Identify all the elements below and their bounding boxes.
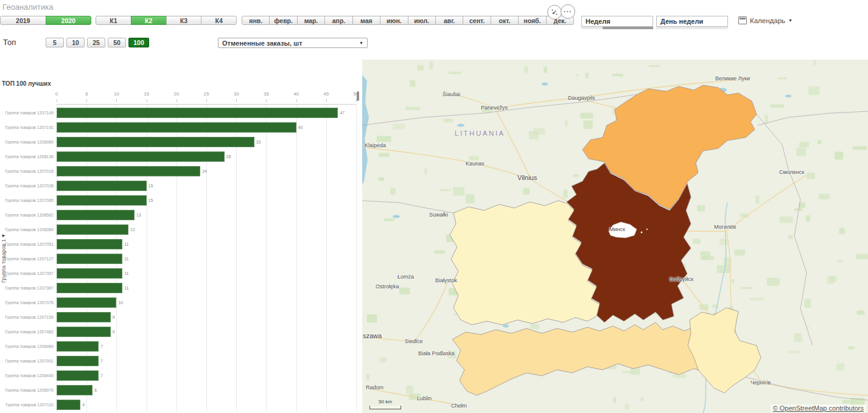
x-tick-label: 45 xyxy=(323,91,329,97)
bar-2[interactable] xyxy=(57,137,254,147)
top-25-button[interactable]: 25 xyxy=(87,38,105,47)
map-attribution[interactable]: © OpenStreetMap contributors xyxy=(771,404,866,412)
bar-category-label: Группа товаров 1206969 xyxy=(0,344,54,349)
calendar-button[interactable]: Календарь ▼ xyxy=(738,16,793,24)
x-tick-mark xyxy=(296,99,297,102)
y-axis-label-wrap[interactable]: ▶ Группа товаров 1 xyxy=(1,233,7,283)
month-button-нояб.[interactable]: нояб. xyxy=(518,16,546,25)
month-button-мая[interactable]: мая xyxy=(352,16,380,25)
top-5-button[interactable]: 5 xyxy=(46,38,64,47)
more-options-button[interactable]: ··· xyxy=(561,4,575,19)
month-button-июн.[interactable]: июн. xyxy=(380,16,408,25)
month-filter-group: янв.февр.мар.апр.маяиюн.июл.авг.сент.окт… xyxy=(242,16,574,25)
table-row: Группа товаров 120714947 xyxy=(0,105,360,120)
chart-title: ТОП 100 лучших xyxy=(2,80,51,87)
bar-value-label: 15 xyxy=(149,198,153,203)
bar-12[interactable] xyxy=(57,283,122,293)
quarter-button-К2[interactable]: К2 xyxy=(131,16,167,25)
city-label: Ostrołęka xyxy=(376,283,399,290)
x-tick-label: 0 xyxy=(55,91,58,97)
bar-value-label: 7 xyxy=(100,373,103,378)
month-button-мар.[interactable]: мар. xyxy=(297,16,325,25)
bar-category-label: Группа товаров 1207028 xyxy=(0,184,54,188)
city-label: Великие Луки xyxy=(715,75,750,82)
year-button-2019[interactable]: 2019 xyxy=(0,16,46,25)
bar-14[interactable] xyxy=(57,312,111,322)
city-label: Radom xyxy=(366,384,383,390)
bar-8[interactable] xyxy=(57,224,128,235)
expand-button[interactable] xyxy=(547,5,562,19)
bar-16[interactable] xyxy=(57,341,99,352)
bar-1[interactable] xyxy=(57,122,296,133)
top-50-button[interactable]: 50 xyxy=(108,38,126,47)
bar-10[interactable] xyxy=(57,254,122,264)
quarter-button-К3[interactable]: К3 xyxy=(166,16,202,25)
month-button-февр.[interactable]: февр. xyxy=(269,16,297,25)
city-label: Чернігів xyxy=(751,380,771,386)
top-selector-label: Топ xyxy=(3,38,16,47)
city-label: Lublin xyxy=(417,395,432,401)
top-100-button[interactable]: 100 xyxy=(128,38,149,47)
bar-category-label: Группа товаров 1207018 xyxy=(0,169,54,173)
bar-value-label: 11 xyxy=(124,242,128,246)
month-button-июл.[interactable]: июл. xyxy=(408,16,436,25)
bar-value-label: 9 xyxy=(113,330,115,334)
bar-0[interactable] xyxy=(57,108,338,118)
bar-19[interactable] xyxy=(57,385,93,395)
bar-6[interactable] xyxy=(57,195,147,206)
month-button-янв.[interactable]: янв. xyxy=(242,16,270,25)
weekday-filter-input[interactable]: День недели xyxy=(656,16,728,27)
week-filter-label: Неделя xyxy=(586,18,611,25)
bar-category-label: Группа товаров 1207159 xyxy=(0,315,54,319)
x-tick-mark xyxy=(326,99,327,102)
table-row: Группа товаров 120712711 xyxy=(0,251,360,266)
map[interactable]: LITHUANIAKlaipėdaŠiauliaiPanevėžysDaugav… xyxy=(362,60,868,413)
weekday-filter-scrollbar[interactable] xyxy=(656,27,728,29)
bar-category-label: Группа товаров 1207192 xyxy=(0,125,54,130)
bar-9[interactable] xyxy=(57,239,122,249)
month-button-окт.[interactable]: окт. xyxy=(491,16,519,25)
table-row: Группа товаров 12069697 xyxy=(0,339,360,353)
bar-category-label: Группа товаров 1207065 xyxy=(0,198,54,203)
top-10-button[interactable]: 10 xyxy=(66,38,85,47)
city-label: Łomża xyxy=(397,274,414,280)
bar-5[interactable] xyxy=(57,181,147,191)
x-tick-mark xyxy=(236,99,237,102)
bar-18[interactable] xyxy=(57,370,99,381)
month-button-авг.[interactable]: авг. xyxy=(435,16,463,25)
table-row: Группа товаров 12071599 xyxy=(0,310,360,324)
quarter-button-К4[interactable]: К4 xyxy=(201,16,237,25)
bar-4[interactable] xyxy=(57,166,200,176)
metric-dropdown[interactable]: Отмененные заказы, шт ▼ xyxy=(218,38,368,48)
chevron-down-icon: ▼ xyxy=(359,41,363,45)
year-button-2020[interactable]: 2020 xyxy=(46,16,92,25)
bar-3[interactable] xyxy=(57,151,225,162)
table-row: Группа товаров 120719240 xyxy=(0,120,360,134)
x-tick-label: 5 xyxy=(85,91,88,97)
x-tick-mark xyxy=(86,99,87,102)
bar-11[interactable] xyxy=(57,268,122,279)
map-scale-bar: 50 km xyxy=(369,395,401,409)
quarter-button-К1[interactable]: К1 xyxy=(96,16,131,25)
table-row: Группа товаров 120701824 xyxy=(0,164,360,178)
x-tick-mark xyxy=(147,99,147,102)
table-row: Группа товаров 120706515 xyxy=(0,193,360,207)
city-label: Могилёв xyxy=(714,224,736,230)
city-label: Białystok xyxy=(435,277,457,283)
bar-value-label: 7 xyxy=(100,359,103,363)
week-filter-scrollbar[interactable] xyxy=(581,27,653,29)
month-button-сент.[interactable]: сент. xyxy=(463,16,491,25)
month-button-апр.[interactable]: апр. xyxy=(324,16,352,25)
bar-17[interactable] xyxy=(57,356,99,366)
bar-20[interactable] xyxy=(57,400,80,410)
week-filter-input[interactable]: Неделя xyxy=(581,16,653,27)
bar-15[interactable] xyxy=(57,327,111,337)
bar-category-label: Группа товаров 1207482 xyxy=(0,330,54,334)
bar-7[interactable] xyxy=(57,210,135,220)
bar-value-label: 4 xyxy=(82,403,85,407)
bar-chart-panel: ТОП 100 лучших Группа товаров 120714947Г… xyxy=(0,61,360,413)
x-tick-label: 35 xyxy=(264,91,269,97)
x-tick-mark xyxy=(266,99,267,102)
bar-13[interactable] xyxy=(57,297,116,308)
city-label: Бобруйск xyxy=(670,276,693,282)
